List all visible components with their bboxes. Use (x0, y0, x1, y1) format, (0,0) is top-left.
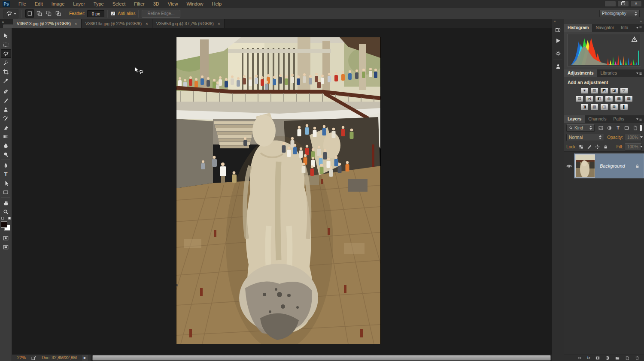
collapse-panels-chevron[interactable]: » (564, 19, 644, 24)
tool-zoom[interactable] (1, 208, 11, 216)
add-layer-mask-icon[interactable] (595, 355, 600, 361)
tab-adjustments[interactable]: Adjustments (564, 69, 597, 77)
tool-rectangle[interactable] (1, 188, 11, 196)
menu-view[interactable]: View (164, 1, 182, 6)
filter-shape-layers-icon[interactable] (624, 125, 629, 131)
lock-all-icon[interactable] (603, 144, 608, 150)
new-group-icon[interactable] (615, 355, 620, 361)
filter-smart-objects-icon[interactable] (632, 125, 638, 131)
lock-position-icon[interactable] (595, 144, 600, 150)
panel-menu-icon[interactable] (635, 26, 642, 30)
layer-filter-type-dropdown[interactable]: Kind (566, 124, 595, 132)
tab-channels[interactable]: Channels (585, 115, 610, 123)
add-to-selection-button[interactable] (35, 9, 43, 18)
tool-brush[interactable] (1, 96, 11, 105)
close-icon[interactable]: × (218, 21, 220, 26)
tab-navigator[interactable]: Navigator (592, 24, 617, 32)
foreground-color-swatch[interactable] (1, 221, 7, 228)
actions-panel-button[interactable] (553, 36, 563, 45)
new-selection-button[interactable] (25, 9, 34, 18)
expand-dock-chevron[interactable]: « (552, 19, 564, 24)
close-icon[interactable]: × (146, 21, 148, 26)
menu-filter[interactable]: Filter (130, 1, 149, 6)
tab-paths[interactable]: Paths (610, 115, 628, 123)
adjustment-color-balance-icon[interactable]: ⋈ (586, 96, 593, 102)
adjustment-threshold-icon[interactable]: ◫ (601, 104, 608, 110)
tool-rectangular-marquee[interactable] (1, 40, 11, 49)
panel-menu-icon[interactable] (635, 117, 642, 121)
tool-path-selection[interactable] (1, 179, 11, 187)
menu-type[interactable]: Type (89, 1, 108, 6)
opacity-dropdown[interactable]: 100% (625, 134, 642, 141)
adjustment-gradient-map-icon[interactable]: ❚ (620, 104, 628, 110)
tool-spot-healing-brush[interactable] (1, 87, 11, 96)
layer-visibility-toggle[interactable] (564, 163, 574, 169)
tab-libraries[interactable]: Libraries (597, 69, 620, 77)
horizontal-scrollbar[interactable] (92, 355, 551, 361)
default-swap-colors-icon[interactable] (1, 217, 11, 220)
new-adjustment-layer-icon[interactable] (605, 355, 610, 361)
panel-menu-icon[interactable] (635, 71, 642, 75)
adjustment-curves-icon[interactable]: ◩ (601, 88, 608, 93)
delete-layer-icon[interactable] (635, 355, 640, 361)
screen-mode-button[interactable] (1, 243, 11, 251)
close-icon[interactable]: × (75, 21, 77, 26)
menu-select[interactable]: Select (108, 1, 130, 6)
tool-type[interactable]: T (1, 170, 11, 178)
link-layers-icon[interactable] (577, 355, 582, 361)
quick-mask-button[interactable] (1, 234, 11, 242)
lock-transparency-icon[interactable] (578, 144, 584, 150)
document-image[interactable] (176, 37, 380, 344)
tool-clone-stamp[interactable] (1, 105, 11, 114)
subtract-from-selection-button[interactable] (44, 9, 53, 18)
menu-file[interactable]: File (14, 1, 30, 6)
anti-alias-checkbox[interactable]: ✓ (111, 11, 115, 16)
adjustment-photo-filter-icon[interactable]: ◍ (605, 96, 613, 102)
adjustment-exposure-icon[interactable]: ◪ (611, 88, 618, 93)
filter-type-layers-icon[interactable]: T (615, 125, 621, 131)
export-icon[interactable] (31, 355, 36, 361)
document-tab-2[interactable]: V36613a.jpg @ 22% (RGB/8) × (82, 19, 152, 28)
tool-history-brush[interactable] (1, 114, 11, 123)
color-swatches[interactable] (0, 221, 12, 232)
current-tool-preview[interactable] (3, 9, 18, 18)
tool-move[interactable] (1, 31, 11, 40)
intersect-selection-button[interactable] (54, 9, 62, 18)
tab-histogram[interactable]: Histogram (564, 24, 592, 32)
new-layer-icon[interactable] (625, 355, 630, 361)
status-options-button[interactable]: ▶ (82, 355, 88, 361)
tab-info[interactable]: Info (617, 24, 632, 32)
layer-style-icon[interactable]: fx (587, 355, 590, 361)
canvas-area[interactable] (12, 28, 552, 355)
tool-quick-selection[interactable] (1, 58, 11, 67)
zoom-level-field[interactable]: 22% (17, 355, 26, 360)
close-button[interactable]: × (630, 1, 642, 7)
adjustment-brightness-contrast-icon[interactable]: ☀ (581, 88, 588, 93)
tool-dodge[interactable] (1, 150, 11, 159)
adjustment-posterize-icon[interactable]: ▨ (591, 104, 598, 110)
feather-input[interactable]: 0 px (87, 10, 104, 17)
blend-mode-dropdown[interactable]: Normal (566, 134, 604, 141)
tool-crop[interactable] (1, 67, 11, 76)
clipping-warning-icon[interactable] (631, 36, 638, 42)
fill-dropdown[interactable]: 100% (625, 143, 642, 150)
layer-row-background[interactable]: Background (564, 153, 644, 178)
document-tab-1[interactable]: V36613.jpg @ 22% (RGB/8) × (13, 19, 82, 28)
lock-pixels-icon[interactable] (586, 144, 592, 150)
menu-edit[interactable]: Edit (30, 1, 47, 6)
menu-help[interactable]: Help (208, 1, 226, 6)
layer-filter-toggle[interactable] (640, 125, 642, 131)
tool-hand[interactable] (1, 199, 11, 207)
menu-layer[interactable]: Layer (69, 1, 89, 6)
document-tab-3[interactable]: V35853.jpg @ 37,7% (RGB/8) × (152, 19, 225, 28)
tool-polygonal-lasso[interactable] (1, 49, 11, 58)
selected-layer-body[interactable]: Background (574, 153, 644, 178)
adjustment-color-lookup-icon[interactable]: ▦ (625, 96, 632, 102)
tab-layers[interactable]: Layers (564, 115, 585, 123)
restore-button[interactable] (617, 1, 629, 7)
tool-eraser[interactable] (1, 123, 11, 132)
menu-window[interactable]: Window (182, 1, 207, 6)
workspace-switcher[interactable]: Photography (599, 10, 640, 17)
adjustment-channel-mixer-icon[interactable]: ▩ (615, 96, 623, 102)
filter-adjustment-layers-icon[interactable] (607, 125, 612, 131)
